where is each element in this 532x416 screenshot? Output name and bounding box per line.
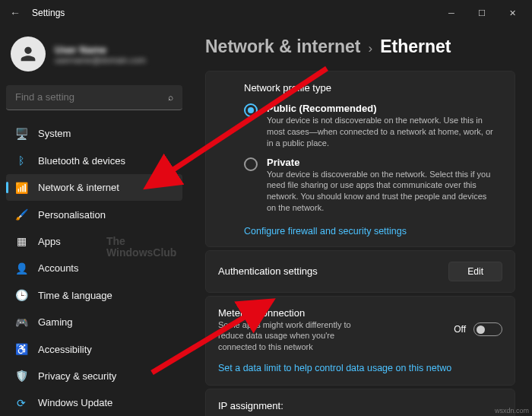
sidebar-item-label: System <box>38 128 71 139</box>
sidebar-item-label: Apps <box>38 236 61 247</box>
maximize-button[interactable]: ☐ <box>467 2 497 24</box>
brush-icon: 🖌️ <box>15 208 27 221</box>
metered-sub: Some apps might work differently to redu… <box>218 319 370 352</box>
gaming-icon: 🎮 <box>15 316 27 329</box>
auth-title: Authentication settings <box>218 265 448 277</box>
metered-row: Metered connection Some apps might work … <box>205 296 515 386</box>
sidebar-item-apps[interactable]: ▦Apps <box>6 228 182 254</box>
accessibility-icon: ♿ <box>15 343 27 355</box>
search-icon: ⌕ <box>168 92 173 103</box>
ip-title: IP assignment: <box>218 400 502 411</box>
minimize-button[interactable]: ─ <box>436 2 467 24</box>
radio-public[interactable]: Public (Recommended) Your device is not … <box>244 103 502 149</box>
search-input-wrapper[interactable]: ⌕ <box>6 85 182 110</box>
ip-row: IP assignment: <box>205 389 515 416</box>
sidebar-item-accounts[interactable]: 👤Accounts <box>6 256 182 281</box>
accounts-icon: 👤 <box>15 262 27 275</box>
credit: wsxdn.com <box>495 407 529 414</box>
sidebar-item-label: Personalisation <box>38 209 106 221</box>
avatar <box>11 37 46 71</box>
sidebar-item-label: Network & internet <box>38 182 119 193</box>
radio-title: Public (Recommended) <box>267 103 495 114</box>
profile-name: User Name <box>55 44 146 56</box>
shield-icon: 🛡️ <box>15 370 27 382</box>
profile-block[interactable]: User Name username@domain.com <box>6 32 182 82</box>
wifi-icon: 📶 <box>15 182 27 194</box>
breadcrumb: Network & internet › Ethernet <box>205 37 515 57</box>
edit-button[interactable]: Edit <box>448 262 502 281</box>
sidebar-item-bluetooth[interactable]: ᛒBluetooth & devices <box>6 148 182 173</box>
sidebar-item-gaming[interactable]: 🎮Gaming <box>6 309 182 335</box>
metered-toggle[interactable] <box>473 322 502 336</box>
back-button[interactable]: ← <box>5 7 26 19</box>
toggle-thumb <box>477 325 485 334</box>
radio-title: Private <box>267 157 495 168</box>
sidebar-item-label: Accessibility <box>38 344 92 355</box>
sidebar-item-system[interactable]: 🖥️System <box>6 121 182 147</box>
close-button[interactable]: ✕ <box>497 2 527 24</box>
window-title: Settings <box>26 8 436 18</box>
sidebar-item-label: Bluetooth & devices <box>38 155 125 167</box>
profile-email: username@domain.com <box>55 56 146 65</box>
radio-desc: Your device is not discoverable on the n… <box>267 115 495 149</box>
system-icon: 🖥️ <box>15 128 27 140</box>
toggle-state: Off <box>454 324 466 335</box>
sidebar-item-label: Time & language <box>38 290 112 301</box>
sidebar-item-network[interactable]: 📶Network & internet <box>6 174 182 200</box>
nav-list: 🖥️System ᛒBluetooth & devices 📶Network &… <box>6 121 182 416</box>
person-icon <box>17 43 39 65</box>
apps-icon: ▦ <box>15 235 27 247</box>
bluetooth-icon: ᛒ <box>15 154 27 167</box>
sidebar-item-privacy[interactable]: 🛡️Privacy & security <box>6 363 182 389</box>
radio-desc: Your device is discoverable on the netwo… <box>267 169 495 214</box>
sidebar-item-label: Privacy & security <box>38 370 116 382</box>
sidebar-item-accessibility[interactable]: ♿Accessibility <box>6 336 182 362</box>
bc-current: Ethernet <box>380 37 451 57</box>
sidebar-item-personalisation[interactable]: 🖌️Personalisation <box>6 202 182 227</box>
sidebar-item-label: Gaming <box>38 316 73 328</box>
radio-indicator-private[interactable] <box>244 157 258 171</box>
auth-settings-row: Authentication settings Edit <box>205 250 515 293</box>
firewall-link[interactable]: Configure firewall and security settings <box>244 226 407 237</box>
sidebar-item-update[interactable]: ⟳Windows Update <box>6 390 182 416</box>
data-limit-link[interactable]: Set a data limit to help control data us… <box>218 363 451 373</box>
search-input[interactable] <box>15 91 168 103</box>
radio-private[interactable]: Private Your device is discoverable on t… <box>244 157 502 214</box>
bc-parent[interactable]: Network & internet <box>205 37 360 57</box>
metered-title: Metered connection <box>218 307 454 319</box>
update-icon: ⟳ <box>15 397 27 409</box>
sidebar-item-label: Accounts <box>38 262 78 274</box>
chevron-right-icon: › <box>368 41 372 56</box>
clock-icon: 🕒 <box>15 289 27 301</box>
sidebar-item-time[interactable]: 🕒Time & language <box>6 282 182 308</box>
panel-heading: Network profile type <box>244 82 502 94</box>
network-profile-panel: Network profile type Public (Recommended… <box>205 71 515 247</box>
radio-indicator-public[interactable] <box>244 103 258 117</box>
sidebar-item-label: Windows Update <box>38 397 112 408</box>
